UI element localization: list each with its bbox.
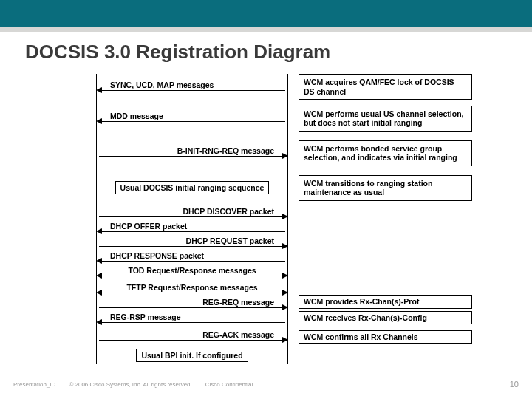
message-label: SYNC, UCD, MAP messages — [108, 81, 216, 89]
slide-title: DOCSIS 3.0 Registration Diagram — [25, 41, 330, 64]
note-box: WCM performs usual US channel selection,… — [299, 106, 472, 132]
message-label: DHCP OFFER packet — [108, 222, 189, 231]
header-band — [0, 0, 532, 27]
message-arrow: SYNC, UCD, MAP messages — [96, 80, 288, 95]
message-arrow: TFTP Request/Response messages — [96, 282, 288, 297]
confidential-label: Cisco Confidential — [205, 381, 253, 388]
note-box: WCM confirms all Rx Channels — [299, 330, 472, 344]
message-label: B-INIT-RNG-REQ message — [175, 146, 276, 155]
header-stripe — [0, 27, 532, 32]
note-box: WCM acquires QAM/FEC lock of DOCSIS DS c… — [299, 74, 472, 100]
message-arrow: REG-REQ message — [96, 297, 288, 312]
boxed-step-label: Usual DOCSIS initial ranging sequence — [115, 181, 270, 194]
message-arrow: REG-ACK message — [96, 330, 288, 344]
page-number: 10 — [510, 380, 519, 389]
message-label: REG-REQ message — [200, 298, 276, 307]
copyright: © 2006 Cisco Systems, Inc. All rights re… — [69, 381, 191, 388]
message-label: REG-ACK message — [200, 330, 276, 339]
boxed-step: Usual DOCSIS initial ranging sequence — [96, 180, 288, 196]
message-label: REG-RSP message — [108, 313, 183, 321]
message-arrow: REG-RSP message — [96, 312, 288, 327]
message-arrow: DHCP DISCOVER packet — [96, 206, 288, 221]
message-arrow: B-INIT-RNG-REQ message — [96, 146, 288, 160]
boxed-step: Usual BPI init. If configured — [96, 347, 288, 364]
diagram-area: SYNC, UCD, MAP messages WCM acquires QAM… — [96, 74, 510, 366]
note-box: WCM receives Rx-Chan(s)-Config — [299, 311, 472, 325]
footer: Presentation_ID © 2006 Cisco Systems, In… — [13, 380, 519, 389]
message-label: DHCP RESPONSE packet — [108, 251, 206, 260]
message-label: DHCP DISCOVER packet — [180, 207, 276, 216]
message-label: DHCP REQUEST packet — [184, 236, 276, 245]
message-arrow: TOD Request/Response messages — [96, 265, 288, 280]
message-label: TFTP Request/Response messages — [108, 283, 276, 292]
note-box: WCM transitions to ranging station maint… — [299, 175, 472, 201]
message-arrow: DHCP REQUEST packet — [96, 236, 288, 250]
note-box: WCM performs bonded service group select… — [299, 140, 472, 166]
message-arrow: MDD message — [96, 111, 288, 126]
note-box: WCM provides Rx-Chan(s)-Prof — [299, 295, 472, 309]
boxed-step-label: Usual BPI init. If configured — [136, 349, 248, 362]
presentation-id: Presentation_ID — [13, 381, 55, 388]
message-label: TOD Request/Response messages — [108, 266, 276, 275]
message-label: MDD message — [108, 112, 166, 120]
message-arrow: DHCP OFFER packet — [96, 221, 288, 236]
message-arrow: DHCP RESPONSE packet — [96, 250, 288, 265]
